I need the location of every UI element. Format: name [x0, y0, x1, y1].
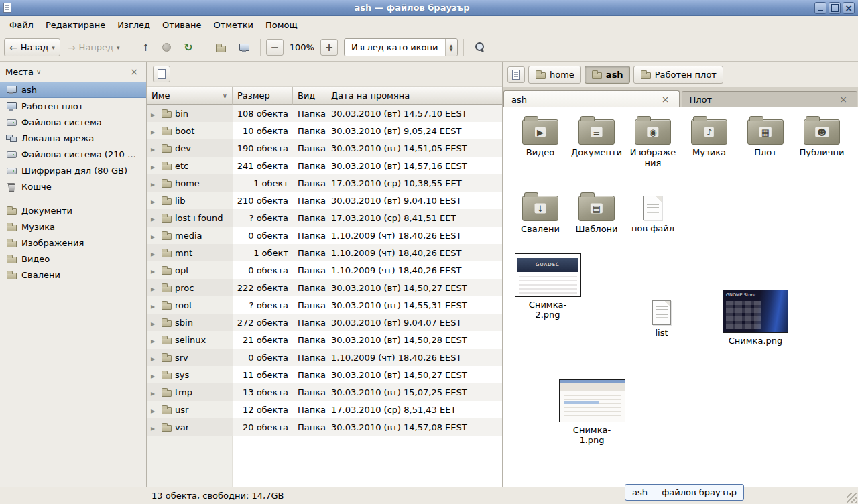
table-row[interactable]: bin 108 обекта Папка 30.03.2010 (вт) 14,… [147, 105, 502, 122]
search-button[interactable] [469, 38, 491, 57]
expander-icon[interactable] [151, 213, 158, 223]
column-header-date[interactable]: Дата на промяна [326, 87, 502, 105]
column-header-size[interactable]: Размер [233, 87, 293, 105]
close-button[interactable] [843, 2, 855, 14]
table-row[interactable]: proc 222 обекта Папка 30.03.2010 (вт) 14… [147, 279, 502, 296]
table-row[interactable]: media 0 обекта Папка 1.10.2009 (чт) 18,4… [147, 227, 502, 244]
expander-icon[interactable] [151, 283, 158, 293]
table-row[interactable]: tmp 13 обекта Папка 30.03.2010 (вт) 15,0… [147, 383, 502, 401]
expander-icon[interactable] [151, 231, 158, 241]
breadcrumb-desktop[interactable]: Работен плот [633, 66, 723, 84]
minimize-button[interactable] [814, 2, 826, 14]
expander-icon[interactable] [151, 300, 158, 310]
tab-close-icon[interactable]: × [837, 94, 849, 104]
up-button[interactable]: ↑ [137, 39, 156, 56]
breadcrumb-home[interactable]: home [528, 66, 581, 84]
table-row[interactable]: etc 241 обекта Папка 30.03.2010 (вт) 14,… [147, 157, 502, 174]
icon-item-list[interactable]: list [631, 299, 692, 338]
reload-button[interactable]: ↻ [178, 38, 198, 57]
icon-item-video[interactable]: Видео [512, 118, 568, 168]
expander-icon[interactable] [151, 422, 158, 432]
tab-plot[interactable]: Плот × [682, 91, 858, 107]
forward-button[interactable]: → Напред ▾ [62, 38, 125, 56]
icon-item-snimka[interactable]: GNOME Store Снимка.png [715, 290, 796, 346]
table-row[interactable]: sbin 272 обекта Папка 30.03.2010 (вт) 9,… [147, 314, 502, 331]
maximize-button[interactable] [829, 2, 841, 14]
sidebar-item[interactable]: Локална мрежа [0, 130, 146, 146]
table-row[interactable]: boot 10 обекта Папка 30.03.2010 (вт) 9,0… [147, 122, 502, 139]
stop-button[interactable] [157, 39, 176, 56]
expander-icon[interactable] [151, 335, 158, 345]
expander-icon[interactable] [151, 248, 158, 258]
menu-item[interactable]: Помощ [260, 18, 303, 32]
table-row[interactable]: srv 0 обекта Папка 1.10.2009 (чт) 18,40,… [147, 349, 502, 366]
zoom-in-button[interactable]: + [320, 39, 338, 56]
zoom-out-button[interactable]: − [266, 39, 284, 56]
view-selector[interactable]: Изглед като икони ▲▼ [344, 38, 458, 56]
expander-icon[interactable] [151, 126, 158, 136]
menu-item[interactable]: Изглед [112, 18, 156, 32]
icon-item-images[interactable]: Изображения [625, 118, 681, 168]
sidebar-item[interactable]: ash [0, 82, 146, 98]
expander-icon[interactable] [151, 109, 158, 119]
back-dropdown-icon[interactable]: ▾ [52, 44, 55, 51]
location-toggle-button[interactable] [153, 66, 170, 82]
icon-item-downloads[interactable]: Свалени [512, 194, 568, 235]
table-row[interactable]: dev 190 обекта Папка 30.03.2010 (вт) 14,… [147, 139, 502, 157]
icon-item-new-file[interactable]: нов файл [625, 194, 681, 235]
icon-item-public[interactable]: Публични [794, 118, 850, 168]
sidebar-item[interactable]: Свалени [0, 267, 146, 283]
sidebar-item[interactable]: Шифриран дял (80 GB) [0, 162, 146, 178]
sidebar-item[interactable]: Файлова система (210 MB) [0, 146, 146, 162]
table-row[interactable]: usr 12 обекта Папка 17.03.2010 (ср) 8,51… [147, 401, 502, 418]
home-button[interactable] [210, 38, 231, 57]
table-row[interactable]: mnt 1 обект Папка 1.10.2009 (чт) 18,40,2… [147, 244, 502, 261]
sidebar-dropdown-icon[interactable]: ∨ [36, 68, 41, 76]
sidebar-title[interactable]: Места [5, 67, 34, 77]
expander-icon[interactable] [151, 161, 158, 171]
icon-item-music[interactable]: Музика [681, 118, 737, 168]
sidebar-item[interactable]: Кошче [0, 178, 146, 194]
sidebar-item[interactable]: Работен плот [0, 98, 146, 114]
location-toggle-button[interactable] [507, 66, 525, 83]
combo-arrows-icon[interactable]: ▲▼ [445, 39, 457, 56]
expander-icon[interactable] [151, 196, 158, 206]
icon-item-snimka1[interactable]: Снимка-1.png [552, 379, 632, 446]
icon-item-desktop[interactable]: Плот [737, 118, 794, 168]
expander-icon[interactable] [151, 265, 158, 275]
sidebar-item[interactable]: Документи [0, 202, 146, 218]
sidebar-close-icon[interactable]: × [127, 66, 141, 77]
sidebar-item[interactable]: Изображения [0, 235, 146, 251]
expander-icon[interactable] [151, 318, 158, 328]
table-row[interactable]: opt 0 обекта Папка 1.10.2009 (чт) 18,40,… [147, 261, 502, 279]
tab-ash[interactable]: ash × [503, 90, 680, 107]
icon-item-documents[interactable]: Документи [568, 118, 625, 168]
table-row[interactable]: sys 11 обекта Папка 30.03.2010 (вт) 14,5… [147, 366, 502, 383]
table-row[interactable]: home 1 обект Папка 17.03.2010 (ср) 10,38… [147, 174, 502, 192]
column-header-kind[interactable]: Вид [293, 87, 326, 105]
expander-icon[interactable] [151, 387, 158, 397]
sidebar-item[interactable]: Музика [0, 218, 146, 235]
table-row[interactable]: lib 210 обекта Папка 30.03.2010 (вт) 9,0… [147, 192, 502, 209]
sidebar-item[interactable]: Видео [0, 251, 146, 267]
breadcrumb-ash[interactable]: ash [585, 66, 630, 84]
column-header-name[interactable]: Име ∨ [147, 87, 233, 105]
table-row[interactable]: selinux 21 обекта Папка 30.03.2010 (вт) … [147, 331, 502, 349]
expander-icon[interactable] [151, 353, 158, 363]
icon-item-snimka2[interactable]: GUADEC Снимка-2.png [509, 253, 587, 320]
expander-icon[interactable] [151, 405, 158, 415]
taskbar-window-label[interactable]: ash — файлов браузър [625, 484, 744, 501]
back-button[interactable]: ← Назад ▾ [4, 38, 60, 56]
tab-close-icon[interactable]: × [660, 94, 672, 104]
table-row[interactable]: lost+found ? обекта Папка 17.03.2010 (ср… [147, 209, 502, 227]
expander-icon[interactable] [151, 143, 158, 153]
expander-icon[interactable] [151, 370, 158, 380]
expander-icon[interactable] [151, 178, 158, 188]
icon-view[interactable]: Видео Документи Изображения Музика Плот … [503, 107, 858, 487]
menu-item[interactable]: Файл [4, 18, 39, 32]
menu-item[interactable]: Отиване [157, 18, 206, 32]
computer-button[interactable] [233, 38, 255, 57]
menu-item[interactable]: Отметки [208, 18, 258, 32]
table-row[interactable]: var 20 обекта Папка 30.03.2010 (вт) 14,5… [147, 418, 502, 436]
sidebar-item[interactable]: Файлова система [0, 114, 146, 130]
